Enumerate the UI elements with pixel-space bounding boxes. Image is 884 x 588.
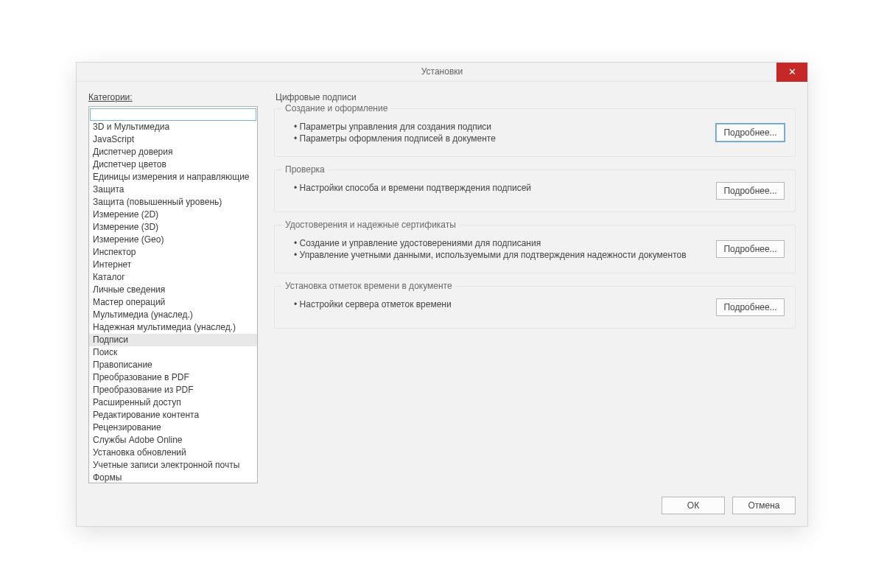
category-item[interactable]: Правописание <box>89 359 257 371</box>
titlebar: Установки ✕ <box>77 63 807 82</box>
category-item[interactable]: Защита (повышенный уровень) <box>89 196 257 209</box>
category-item[interactable]: Формы <box>89 472 257 483</box>
settings-group: Удостоверения и надежные сертификатыСозд… <box>274 225 796 273</box>
bullet-item: Настройки способа и времени подтверждени… <box>294 182 716 194</box>
panel-title: Цифровые подписи <box>276 92 796 102</box>
sidebar: Категории: 3D и МультимедиаJavaScriptДис… <box>88 92 258 483</box>
details-button[interactable]: Подробнее... <box>716 240 785 258</box>
category-item[interactable]: Интернет <box>89 259 257 271</box>
group-title: Установка отметок времени в документе <box>282 281 455 291</box>
settings-group: Установка отметок времени в документеНас… <box>274 286 796 329</box>
category-item[interactable]: Установка обновлений <box>89 447 257 459</box>
group-title: Проверка <box>282 164 328 175</box>
group-bullets: Параметры управления для создания подпис… <box>285 121 716 144</box>
category-item[interactable]: 3D и Мультимедиа <box>89 121 257 133</box>
listbox-search-strip[interactable] <box>90 108 256 121</box>
category-item[interactable]: Измерение (3D) <box>89 221 257 234</box>
bullet-item: Создание и управление удостоверениями дл… <box>294 237 716 249</box>
group-title: Удостоверения и надежные сертификаты <box>282 220 459 230</box>
close-icon: ✕ <box>788 67 796 77</box>
bullet-item: Настройки сервера отметок времени <box>294 298 716 310</box>
preferences-dialog: Установки ✕ Категории: 3D и МультимедиаJ… <box>76 62 808 527</box>
categories-listbox[interactable]: 3D и МультимедиаJavaScriptДиспетчер дове… <box>88 106 258 483</box>
bullet-item: Параметры оформления подписей в документ… <box>294 133 716 144</box>
close-button[interactable]: ✕ <box>776 63 807 82</box>
group-bullets: Создание и управление удостоверениями дл… <box>285 237 716 261</box>
group-title: Создание и оформление <box>282 103 390 113</box>
bullet-item: Параметры управления для создания подпис… <box>294 121 716 133</box>
category-item[interactable]: Надежная мультимедиа (унаслед.) <box>89 321 257 334</box>
details-button[interactable]: Подробнее... <box>716 182 785 200</box>
category-item[interactable]: Рецензирование <box>89 421 257 434</box>
bullet-item: Управление учетными данными, используемы… <box>294 249 716 261</box>
category-item[interactable]: Защита <box>89 183 257 196</box>
category-item[interactable]: Измерение (2D) <box>89 209 257 221</box>
category-item[interactable]: Мастер операций <box>89 296 257 309</box>
category-item[interactable]: Преобразование из PDF <box>89 384 257 396</box>
category-item[interactable]: Диспетчер доверия <box>89 146 257 158</box>
cancel-button[interactable]: Отмена <box>732 497 796 514</box>
group-bullets: Настройки сервера отметок времени <box>285 298 716 310</box>
category-item[interactable]: Инспектор <box>89 246 257 259</box>
category-item[interactable]: Измерение (Geo) <box>89 234 257 246</box>
panel: Цифровые подписи Создание и оформлениеПа… <box>274 92 796 483</box>
ok-button[interactable]: ОК <box>662 497 725 514</box>
categories-label: Категории: <box>88 92 258 102</box>
category-item[interactable]: Личные сведения <box>89 284 257 296</box>
dialog-footer: ОК Отмена <box>88 483 796 514</box>
window-title: Установки <box>421 66 463 77</box>
category-item[interactable]: JavaScript <box>89 133 257 146</box>
category-item[interactable]: Службы Adobe Online <box>89 434 257 447</box>
category-item[interactable]: Диспетчер цветов <box>89 158 257 171</box>
category-item[interactable]: Подписи <box>89 334 257 346</box>
category-item[interactable]: Единицы измерения и направляющие <box>89 171 257 183</box>
group-bullets: Настройки способа и времени подтверждени… <box>285 182 716 194</box>
category-item[interactable]: Мультимедиа (унаслед.) <box>89 309 257 321</box>
settings-group: Создание и оформлениеПараметры управлени… <box>274 108 796 157</box>
dialog-body: Категории: 3D и МультимедиаJavaScriptДис… <box>77 82 807 526</box>
category-item[interactable]: Поиск <box>89 346 257 359</box>
category-item[interactable]: Расширенный доступ <box>89 396 257 409</box>
settings-group: ПроверкаНастройки способа и времени подт… <box>274 169 796 212</box>
details-button[interactable]: Подробнее... <box>716 124 785 141</box>
details-button[interactable]: Подробнее... <box>716 298 785 316</box>
category-item[interactable]: Учетные записи электронной почты <box>89 459 257 472</box>
category-item[interactable]: Редактирование контента <box>89 409 257 421</box>
category-item[interactable]: Преобразование в PDF <box>89 371 257 384</box>
category-item[interactable]: Каталог <box>89 271 257 284</box>
